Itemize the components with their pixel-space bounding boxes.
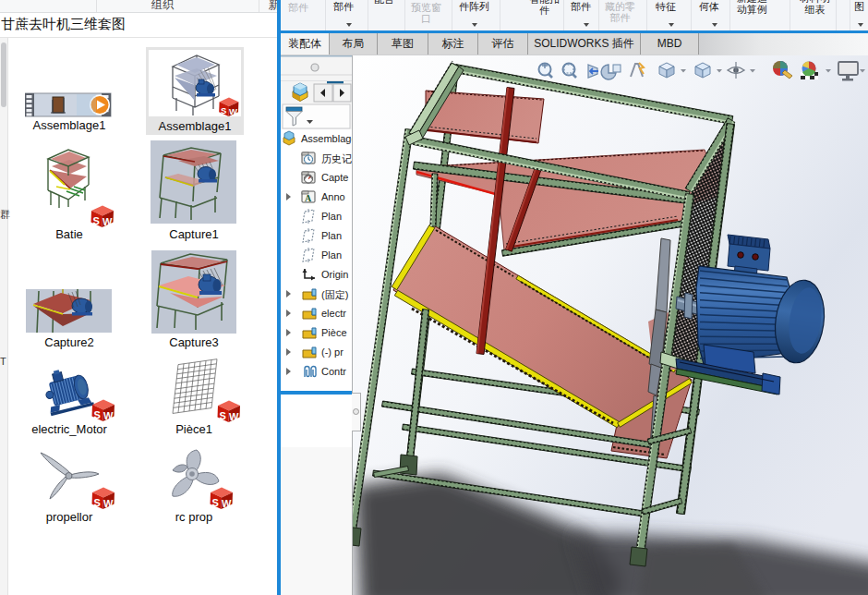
svg-text:S: S <box>220 410 226 421</box>
svg-text:W: W <box>103 498 114 509</box>
svg-text:S: S <box>93 215 100 226</box>
svg-text:W: W <box>222 498 232 509</box>
svg-text:W: W <box>103 410 114 421</box>
svg-text:A: A <box>305 193 312 203</box>
svg-text:W: W <box>102 216 113 227</box>
svg-text:S: S <box>94 497 101 508</box>
svg-text:W: W <box>229 411 239 422</box>
svg-text:S: S <box>221 105 226 115</box>
svg-text:S: S <box>94 409 101 420</box>
svg-text:W: W <box>229 106 237 116</box>
svg-text:S: S <box>212 497 219 508</box>
